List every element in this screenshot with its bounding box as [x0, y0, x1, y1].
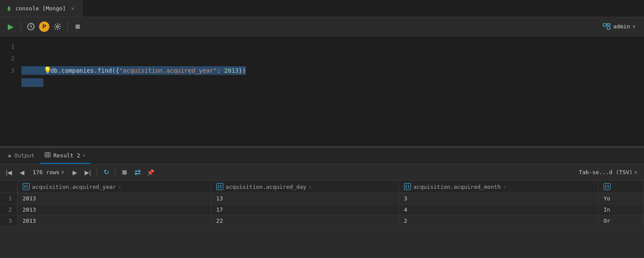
profiler-button[interactable]: P: [39, 22, 49, 32]
results-table-wrapper[interactable]: {} acquisition.acquired_year ⇕ {} acquis…: [0, 181, 644, 258]
console-tab[interactable]: console [Mongo] ×: [0, 0, 82, 17]
cell-day-3: 22: [211, 215, 398, 227]
col-label-year: acquisition.acquired_year: [32, 184, 116, 190]
editor-line-1: 1 db.companies.find({"acquisition.acquir…: [0, 40, 644, 52]
prev-page-button[interactable]: ◀: [16, 167, 27, 178]
svg-rect-7: [45, 153, 51, 157]
tab-bar: console [Mongo] ×: [0, 0, 644, 17]
svg-rect-6: [607, 27, 610, 29]
col-header-month[interactable]: {} acquisition.acquired_month ⇕: [398, 181, 598, 193]
rows-label: 176 rows: [33, 169, 60, 175]
sort-icon-day: ⇕: [309, 184, 311, 189]
admin-chevron-icon: ∨: [632, 24, 635, 29]
rows-dropdown-icon: ∨: [61, 169, 64, 175]
cell-extra-3: Or: [598, 215, 644, 227]
line-number-2: 2: [0, 52, 21, 64]
cell-month-1: 3: [398, 193, 598, 204]
admin-button[interactable]: admin ∨: [598, 21, 640, 32]
table-header-row: {} acquisition.acquired_year ⇕ {} acquis…: [0, 181, 644, 193]
sort-icon-year: ⇕: [118, 184, 121, 189]
rows-count[interactable]: 176 rows ∨: [29, 168, 67, 176]
row-num-3: 3: [0, 215, 17, 227]
code-editor[interactable]: 1 db.companies.find({"acquisition.acquir…: [0, 36, 644, 148]
svg-rect-4: [603, 24, 606, 26]
col-label-month: acquisition.acquired_month: [413, 184, 501, 190]
cell-day-1: 13: [211, 193, 398, 204]
obj-icon-year: {}: [23, 183, 30, 190]
admin-label: admin: [613, 23, 630, 30]
mongo-leaf-icon: [6, 5, 12, 12]
admin-icon: [603, 23, 611, 30]
svg-rect-5: [607, 24, 610, 25]
last-page-button[interactable]: ▶|: [82, 167, 93, 178]
stop-button[interactable]: [71, 20, 84, 33]
cell-month-3: 2: [398, 215, 598, 227]
result2-close-button[interactable]: ×: [83, 153, 86, 158]
tsv-selector[interactable]: Tab-se...d (TSV) ∨: [575, 168, 641, 176]
next-page-button[interactable]: ▶: [69, 167, 80, 178]
obj-icon-extra: {}: [604, 183, 611, 190]
svg-rect-12: [122, 170, 127, 175]
run-button[interactable]: ▶: [4, 20, 17, 33]
table-row: 3 2013 22 2 Or: [0, 215, 644, 227]
table-row: 2 2013 17 4 In: [0, 204, 644, 215]
line-number-1: 1: [0, 40, 21, 52]
cell-year-1: 2013: [17, 193, 211, 204]
output-panel: ▶ Output Result 2 × |◀ ◀ 176 rows ∨: [0, 148, 644, 258]
cell-month-2: 4: [398, 204, 598, 215]
obj-icon-day: {}: [216, 183, 223, 190]
row-number-header: [0, 181, 17, 193]
result2-tab-label: Result 2: [53, 152, 80, 159]
cell-year-2: 2013: [17, 204, 211, 215]
svg-rect-3: [76, 25, 80, 29]
col-header-year[interactable]: {} acquisition.acquired_year ⇕: [17, 181, 211, 193]
col-label-day: acquisition.acquired_day: [226, 184, 307, 190]
tab-close-button[interactable]: ×: [69, 5, 76, 12]
sort-icon-month: ⇕: [503, 184, 506, 189]
obj-icon-month: {}: [404, 183, 411, 190]
tsv-chevron-icon: ∨: [634, 169, 637, 175]
toolbar-divider-1: [21, 22, 21, 32]
results-divider-2: [115, 168, 115, 177]
cell-extra-2: In: [598, 204, 644, 215]
main-toolbar: ▶ P admin ∨: [0, 17, 644, 36]
col-header-day[interactable]: {} acquisition.acquired_day ⇕: [211, 181, 398, 193]
swap-button[interactable]: ⇄: [132, 167, 143, 178]
output-tab-label: Output: [14, 152, 34, 159]
tab-label: console [Mongo]: [15, 5, 66, 12]
output-tabs: ▶ Output Result 2 ×: [0, 148, 644, 164]
history-button[interactable]: [24, 20, 37, 33]
pin-button[interactable]: 📌: [145, 167, 156, 178]
line-content-2: 💡: [21, 52, 52, 89]
tab-output[interactable]: ▶ Output: [3, 148, 39, 164]
line-content-1: db.companies.find({"acquisition.acquired…: [21, 40, 246, 101]
row-num-2: 2: [0, 204, 17, 215]
line-number-3: 3: [0, 64, 21, 77]
tsv-label: Tab-se...d (TSV): [579, 169, 632, 175]
results-divider-1: [97, 168, 97, 177]
table-icon: [45, 152, 51, 159]
tab-result2[interactable]: Result 2 ×: [39, 148, 91, 164]
cell-day-2: 17: [211, 204, 398, 215]
cell-extra-1: Yo: [598, 193, 644, 204]
results-table: {} acquisition.acquired_year ⇕ {} acquis…: [0, 181, 644, 227]
row-num-1: 1: [0, 193, 17, 204]
play-icon: ▶: [9, 153, 12, 159]
svg-point-2: [57, 25, 59, 28]
first-page-button[interactable]: |◀: [3, 167, 15, 178]
settings-button[interactable]: [51, 20, 64, 33]
stop-results-button[interactable]: [119, 167, 130, 178]
refresh-button[interactable]: ↻: [100, 167, 112, 178]
cell-year-3: 2013: [17, 215, 211, 227]
toolbar-divider-2: [67, 22, 68, 32]
results-toolbar: |◀ ◀ 176 rows ∨ ▶ ▶| ↻ ⇄ 📌 Tab-se...d (T…: [0, 164, 644, 181]
col-header-extra[interactable]: {}: [598, 181, 644, 193]
table-row: 1 2013 13 3 Yo: [0, 193, 644, 204]
